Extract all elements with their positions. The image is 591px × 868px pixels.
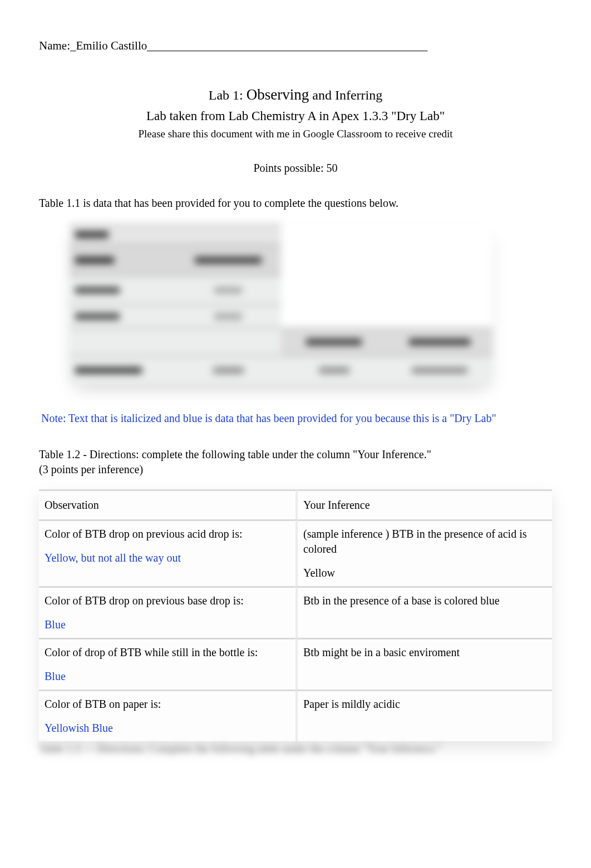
- observation-provided: Blue: [45, 670, 66, 682]
- share-note: Please share this document with me in Go…: [39, 127, 552, 141]
- dry-lab-note: Note: Text that is italicized and blue i…: [41, 411, 552, 426]
- intro-sentence: Table 1.1 is data that has been provided…: [39, 196, 552, 211]
- inference-line-1: Btb might be in a basic enviroment: [303, 645, 546, 660]
- table-1-2-directions: Table 1.2 - Directions: complete the fol…: [39, 447, 552, 477]
- directions-line-1: Table 1.2 - Directions: complete the fol…: [39, 448, 431, 460]
- table-1-1-blurred: [70, 224, 552, 384]
- observation-cell: Color of BTB on paper is: Yellowish Blue: [45, 697, 290, 736]
- header-block: Lab 1: Observing and Inferring Lab taken…: [39, 85, 552, 176]
- observation-prompt: Color of BTB on paper is:: [45, 697, 290, 712]
- observation-prompt: Color of BTB drop on previous acid drop …: [45, 527, 290, 542]
- observation-prompt: Color of BTB drop on previous base drop …: [45, 593, 290, 608]
- name-value: _Emilio Castillo________________________…: [70, 39, 427, 52]
- observation-cell: Color of BTB drop on previous base drop …: [45, 593, 290, 632]
- table-row: Color of BTB drop on previous acid drop …: [39, 519, 552, 586]
- inference-line-1: Btb in the presence of a base is colored…: [303, 593, 546, 608]
- table-row: Color of drop of BTB while still in the …: [39, 638, 552, 690]
- lab-and-inferring: and Inferring: [309, 88, 382, 102]
- inference-line-1: Paper is mildly acidic: [303, 697, 546, 712]
- header-inference: Your Inference: [296, 489, 552, 519]
- inference-cell: (sample inference ) BTB in the presence …: [303, 527, 546, 581]
- table-row: Color of BTB drop on previous base drop …: [39, 586, 552, 638]
- lab-observing: Observing: [247, 86, 309, 103]
- name-label: Name:: [39, 39, 70, 52]
- observation-cell: Color of drop of BTB while still in the …: [45, 645, 290, 684]
- inference-cell: Btb might be in a basic enviroment: [303, 645, 546, 660]
- table-row: Color of BTB on paper is: Yellowish Blue…: [39, 690, 552, 741]
- inference-line-2: Yellow: [303, 567, 335, 579]
- lab-subtitle: Lab taken from Lab Chemistry A in Apex 1…: [39, 107, 552, 125]
- observation-provided: Yellowish Blue: [45, 722, 113, 734]
- table-1-3-blurred-footer: Table 1.3 — Directions: Complete the fol…: [39, 741, 552, 756]
- header-observation: Observation: [39, 489, 296, 519]
- table-header-row: Observation Your Inference: [39, 489, 552, 519]
- points-possible: Points possible: 50: [39, 161, 552, 176]
- observation-provided: Yellow, but not all the way out: [45, 552, 181, 564]
- observation-cell: Color of BTB drop on previous acid drop …: [45, 527, 290, 566]
- directions-line-2: (3 points per inference): [39, 463, 143, 475]
- lab-title: Lab 1: Observing and Inferring: [39, 85, 552, 105]
- blurred-table: [70, 224, 493, 384]
- inference-cell: Btb in the presence of a base is colored…: [303, 593, 546, 608]
- inference-line-1: (sample inference ) BTB in the presence …: [303, 527, 546, 557]
- lab-number: Lab 1:: [209, 88, 247, 102]
- observation-prompt: Color of drop of BTB while still in the …: [45, 645, 290, 660]
- inference-cell: Paper is mildly acidic: [303, 697, 546, 712]
- observation-provided: Blue: [45, 618, 66, 631]
- name-line: Name:_Emilio Castillo___________________…: [39, 38, 552, 53]
- inference-table: Observation Your Inference Color of BTB …: [39, 489, 552, 741]
